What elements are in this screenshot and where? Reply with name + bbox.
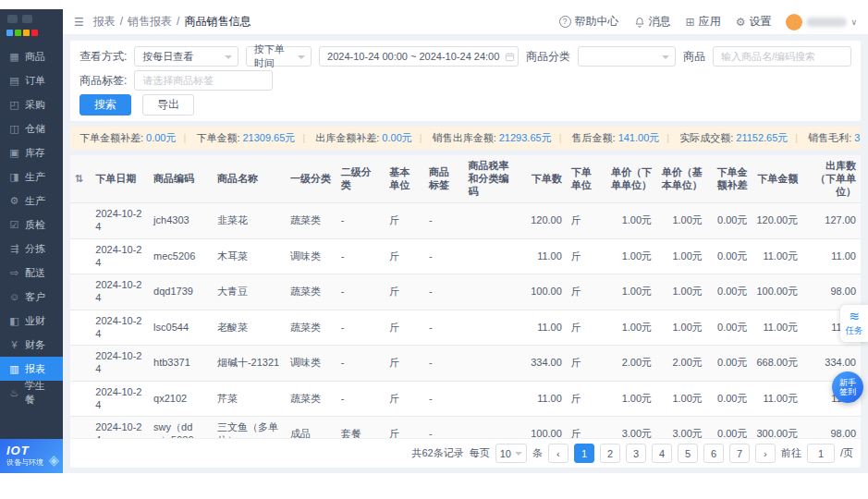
sidebar-item-icon: ▥: [8, 363, 20, 375]
search-button[interactable]: 搜索: [79, 94, 131, 116]
table-row[interactable]: 2024-10-24 lsc0544 老酸菜 蔬菜类 - 斤 - 11.00: [70, 310, 861, 346]
export-button[interactable]: 导出: [142, 94, 194, 116]
row-expand-cell[interactable]: [70, 274, 91, 310]
breadcrumb-item[interactable]: 销售报表/: [128, 14, 179, 30]
cell-goods-tag: -: [424, 417, 464, 438]
page-number-button[interactable]: 1: [574, 444, 594, 463]
date-range-picker[interactable]: 2024-10-24 00:00 ~ 2024-10-24 24:00: [319, 46, 519, 67]
column-header[interactable]: 下单日期: [91, 155, 149, 203]
breadcrumb-item[interactable]: 商品销售信息/: [184, 14, 251, 30]
tag-select-input[interactable]: [134, 70, 273, 91]
logo-square: [15, 30, 21, 36]
row-expand-cell[interactable]: [70, 203, 91, 239]
user-name-masked: [806, 18, 847, 27]
sidebar-item[interactable]: ◫ 仓储: [0, 116, 63, 140]
per-page-select[interactable]: 10: [495, 444, 527, 463]
breadcrumb-item[interactable]: 报表/: [93, 14, 123, 30]
row-expand-cell[interactable]: [70, 238, 91, 274]
cell-base-unit: 斤: [385, 203, 424, 239]
sidebar-item[interactable]: ◨ 生产: [0, 164, 63, 189]
column-header[interactable]: 下单数: [523, 155, 567, 203]
table-row[interactable]: 2024-10-24 jch4303 韭菜花 蔬菜类 - 斤 - 120.00: [70, 203, 861, 239]
column-header[interactable]: 商品名称: [213, 155, 286, 203]
page-number-button[interactable]: 6: [703, 444, 724, 463]
cell-order-amount: 11.00元: [752, 381, 802, 417]
sidebar-item[interactable]: ☑ 质检: [0, 213, 63, 237]
category-select[interactable]: [578, 46, 676, 67]
sidebar-item[interactable]: ☺ 客户: [0, 285, 63, 309]
table-row[interactable]: 2024-10-24 swy（ddw）5980 三文鱼（多单位） 成品 套餐 斤…: [70, 417, 861, 438]
page-number-button[interactable]: 2: [600, 444, 620, 463]
next-page-button[interactable]: ›: [755, 444, 776, 463]
cell-order-amount: 100.00元: [752, 274, 802, 310]
column-header[interactable]: 二级分类: [336, 155, 385, 203]
cell-base-unit: 斤: [385, 417, 424, 438]
messages-button[interactable]: 消息: [634, 14, 671, 30]
collapse-menu-icon[interactable]: ☰: [74, 16, 84, 29]
column-header[interactable]: 商品编码: [149, 155, 213, 203]
sidebar-item[interactable]: ▣ 库存: [0, 140, 63, 164]
prev-page-button[interactable]: ‹: [548, 444, 568, 463]
cell-amount-diff: 0.00元: [707, 381, 752, 417]
cell-outbound-qty: 127.00: [802, 203, 861, 239]
row-expand-cell[interactable]: [70, 417, 91, 438]
time-type-select[interactable]: 按下单时间: [246, 46, 312, 67]
help-center-button[interactable]: ? 帮助中心: [559, 14, 619, 30]
apps-button[interactable]: ⊞ 应用: [686, 14, 721, 30]
chevron-down-icon: [662, 55, 669, 63]
sidebar-item[interactable]: ♨ 学生餐: [0, 381, 63, 405]
sidebar-item[interactable]: ⇶ 分拣: [0, 237, 63, 261]
column-header[interactable]: 单价（下单单位）: [605, 155, 656, 203]
column-header[interactable]: 下单金额补差: [707, 155, 752, 203]
goto-page-input[interactable]: [807, 444, 835, 463]
column-header[interactable]: 基本单位: [385, 155, 424, 203]
column-header[interactable]: 商品税率和分类编码: [463, 155, 523, 203]
expand-all-header[interactable]: ⇅: [70, 155, 91, 203]
cell-order-unit: 斤: [567, 203, 606, 239]
column-header[interactable]: 下单单位: [567, 155, 606, 203]
sidebar-item[interactable]: ▤ 订单: [0, 68, 63, 92]
sidebar-item-icon: ¥: [8, 339, 20, 350]
table-row[interactable]: 2024-10-24 qx2102 芹菜 蔬菜类 - 斤 - 11.00: [70, 381, 861, 417]
topbar-actions: ? 帮助中心 消息 ⊞ 应用 ⚙ 设置 ∨: [559, 14, 857, 30]
column-header[interactable]: 商品标签: [424, 155, 464, 203]
column-header[interactable]: 下单金额: [752, 155, 802, 203]
cell-base-unit: 斤: [385, 274, 424, 310]
table-scroll-area[interactable]: ⇅ 下单日期 商品编码 商品名称 一级分类: [70, 155, 861, 438]
sidebar-item-label: 生产: [25, 170, 45, 184]
page-number-button[interactable]: 3: [626, 444, 646, 463]
iot-footer[interactable]: IOT 设备与环境 ◈: [0, 439, 63, 473]
sidebar-item[interactable]: ⚙ 生产: [0, 189, 63, 213]
task-float-button[interactable]: ≋ 任务: [840, 305, 868, 342]
row-expand-cell[interactable]: [70, 310, 91, 346]
column-header[interactable]: 一级分类: [286, 155, 336, 203]
sidebar-item[interactable]: ◧ 业财: [0, 309, 63, 333]
column-header[interactable]: 出库数（下单单位）: [802, 155, 861, 203]
signin-float-button[interactable]: 新手 签到: [832, 371, 863, 403]
cell-amount-diff: 0.00元: [707, 417, 752, 438]
table-row[interactable]: 2024-10-24 htb3371 烟碱十-21321 调味类 - 斤 - 3…: [70, 346, 861, 382]
sidebar-item[interactable]: ▦ 商品: [0, 44, 63, 68]
page-number-button[interactable]: 7: [729, 444, 750, 463]
sidebar-item-icon: ♨: [8, 387, 20, 399]
goods-search-input[interactable]: [713, 46, 851, 67]
sidebar-item-icon: ◫: [8, 123, 20, 135]
page-content: 查看方式: 按每日查看 按下单时间 2024-10-24 00:00 ~ 202…: [63, 35, 868, 473]
settings-button[interactable]: ⚙ 设置: [736, 14, 772, 30]
table-row[interactable]: 2024-10-24 dqd1739 大青豆 蔬菜类 - 斤 - 100.00: [70, 274, 861, 310]
sidebar-item[interactable]: ◰ 采购: [0, 92, 63, 116]
sidebar-item[interactable]: ⇨ 配送: [0, 261, 63, 285]
row-expand-cell[interactable]: [70, 346, 91, 382]
sidebar-item-label: 客户: [25, 290, 45, 304]
user-menu[interactable]: ∨: [786, 14, 857, 30]
cell-order-unit: 斤: [567, 417, 606, 438]
sidebar-item[interactable]: ¥ 财务: [0, 333, 63, 357]
row-expand-cell[interactable]: [70, 381, 91, 417]
table-row[interactable]: 2024-10-24 mec5206 木耳菜 调味类 - 斤 - 11.00: [70, 238, 861, 274]
column-header[interactable]: 单价（基本单位）: [656, 155, 707, 203]
sidebar-item[interactable]: ▥ 报表: [0, 357, 63, 381]
cell-goods-tag: -: [424, 238, 464, 274]
page-number-button[interactable]: 4: [652, 444, 672, 463]
page-number-button[interactable]: 5: [678, 444, 698, 463]
view-mode-select[interactable]: 按每日查看: [134, 46, 238, 67]
